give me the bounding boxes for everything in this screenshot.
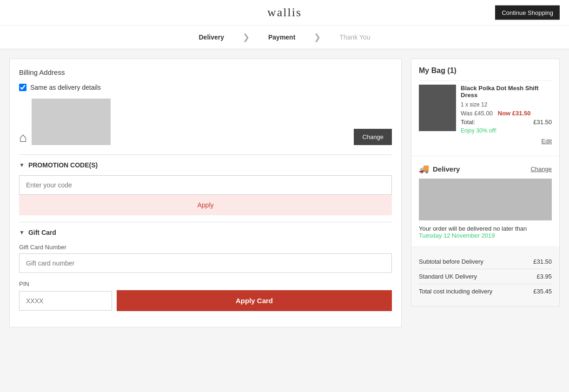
header: wallis Continue Shopping bbox=[0, 0, 569, 26]
bag-title: My Bag (1) bbox=[419, 66, 552, 75]
promotion-label: PROMOTION CODE(S) bbox=[28, 161, 98, 169]
gift-card-number-input[interactable] bbox=[19, 253, 392, 273]
delivery-header: 🚚 Delivery Change bbox=[419, 164, 552, 174]
progress-bar: Delivery ❯ Payment ❯ Thank You bbox=[0, 26, 569, 49]
edit-bag-link[interactable]: Edit bbox=[419, 134, 552, 148]
was-price: Was £45.00 bbox=[461, 110, 493, 117]
site-logo: wallis bbox=[267, 6, 302, 20]
same-as-delivery-checkbox[interactable] bbox=[19, 84, 26, 91]
bag-item: Black Polka Dot Mesh Shift Dress 1 x siz… bbox=[419, 85, 552, 134]
item-name: Black Polka Dot Mesh Shift Dress bbox=[461, 85, 552, 99]
bag-item-image bbox=[419, 85, 456, 131]
billing-address-title: Billing Address bbox=[19, 68, 392, 76]
apply-promo-button[interactable]: Apply bbox=[19, 195, 392, 215]
delivery-message: Your order will be delivered no later th… bbox=[419, 225, 552, 239]
chevron-down-icon-gift: ▼ bbox=[19, 229, 25, 236]
change-delivery-link[interactable]: Change bbox=[530, 166, 552, 173]
delivery-title-row: 🚚 Delivery bbox=[419, 164, 460, 174]
pin-label: PIN bbox=[19, 280, 392, 287]
gift-card-section: ▼ Gift Card Gift Card Number PIN Apply C… bbox=[19, 222, 392, 311]
subtotal-row: Subtotal before Delivery £31.50 bbox=[419, 254, 552, 269]
arrow-1: ❯ bbox=[243, 32, 250, 42]
same-as-delivery-row: Same as delivery details bbox=[19, 84, 392, 91]
grand-total-row: Total cost including delivery £35.45 bbox=[419, 284, 552, 299]
delivery-section: 🚚 Delivery Change Your order will be del… bbox=[411, 156, 559, 247]
step-thank-you: Thank You bbox=[321, 33, 389, 41]
promotion-header[interactable]: ▼ PROMOTION CODE(S) bbox=[19, 161, 392, 169]
address-row: ⌂ Change bbox=[19, 99, 392, 145]
main-content: Billing Address Same as delivery details… bbox=[0, 49, 569, 337]
delivery-cost-row: Standard UK Delivery £3.95 bbox=[419, 269, 552, 284]
total-label: Total: bbox=[461, 119, 475, 126]
step-payment: Payment bbox=[250, 33, 314, 41]
promotion-section: ▼ PROMOTION CODE(S) Apply bbox=[19, 154, 392, 215]
step-delivery: Delivery bbox=[180, 33, 242, 41]
chevron-down-icon: ▼ bbox=[19, 162, 25, 168]
delivery-date: Tuesday 12 November 2019 bbox=[419, 232, 495, 239]
item-pricing: Was £45.00 Now £31.50 bbox=[461, 110, 552, 117]
promo-code-input[interactable] bbox=[19, 175, 392, 195]
delivery-cost-label: Standard UK Delivery bbox=[419, 273, 477, 280]
arrow-2: ❯ bbox=[314, 32, 321, 42]
truck-icon: 🚚 bbox=[419, 164, 429, 174]
now-price: Now £31.50 bbox=[498, 110, 531, 117]
bag-item-details: Black Polka Dot Mesh Shift Dress 1 x siz… bbox=[461, 85, 552, 134]
right-panel: My Bag (1) Black Polka Dot Mesh Shift Dr… bbox=[411, 59, 560, 306]
continue-shopping-button[interactable]: Continue Shopping bbox=[495, 6, 560, 20]
home-icon: ⌂ bbox=[19, 130, 27, 145]
item-total-row: Total: £31.50 bbox=[461, 119, 552, 126]
subtotal-label: Subtotal before Delivery bbox=[419, 258, 483, 265]
delivery-msg-text: Your order will be delivered no later th… bbox=[419, 225, 527, 232]
left-panel: Billing Address Same as delivery details… bbox=[9, 59, 402, 327]
totals-section: Subtotal before Delivery £31.50 Standard… bbox=[411, 247, 559, 306]
subtotal-value: £31.50 bbox=[533, 258, 552, 265]
bag-divider bbox=[419, 80, 552, 81]
pin-input[interactable] bbox=[19, 291, 112, 311]
gift-card-number-label: Gift Card Number bbox=[19, 244, 392, 251]
bag-section: My Bag (1) Black Polka Dot Mesh Shift Dr… bbox=[411, 59, 559, 156]
address-map-placeholder bbox=[32, 99, 111, 145]
gift-card-label: Gift Card bbox=[28, 229, 56, 236]
delivery-cost-value: £3.95 bbox=[536, 273, 552, 280]
apply-card-button[interactable]: Apply Card bbox=[117, 290, 392, 311]
item-size: 1 x size 12 bbox=[461, 101, 552, 108]
grand-total-value: £35.45 bbox=[533, 288, 552, 295]
gift-card-header[interactable]: ▼ Gift Card bbox=[19, 229, 392, 236]
pin-row: Apply Card bbox=[19, 290, 392, 311]
change-address-button[interactable]: Change bbox=[354, 129, 392, 145]
delivery-title: Delivery bbox=[433, 165, 460, 173]
same-as-delivery-label: Same as delivery details bbox=[30, 84, 101, 91]
discount-message: Enjoy 30% off! bbox=[461, 127, 552, 134]
delivery-map-image bbox=[419, 179, 552, 220]
total-value: £31.50 bbox=[533, 119, 552, 126]
grand-total-label: Total cost including delivery bbox=[419, 288, 492, 295]
